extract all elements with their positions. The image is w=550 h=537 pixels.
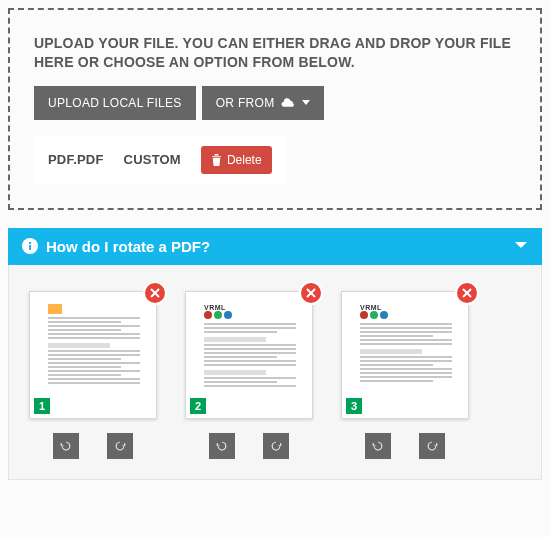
remove-page-button[interactable]: [455, 281, 479, 305]
close-icon: [462, 288, 472, 298]
file-name: PDF.PDF: [48, 152, 104, 167]
remove-page-button[interactable]: [299, 281, 323, 305]
help-accordion-header[interactable]: How do I rotate a PDF?: [8, 228, 542, 265]
accordion-title: How do I rotate a PDF?: [46, 238, 210, 255]
rotate-cw-icon: [269, 439, 283, 453]
page-slot: VRML 3: [341, 291, 469, 459]
upload-cloud-label: OR FROM: [216, 96, 275, 110]
rotate-cw-icon: [113, 439, 127, 453]
svg-rect-1: [29, 245, 31, 250]
page-thumbnail[interactable]: 1: [29, 291, 157, 419]
upload-local-button[interactable]: UPLOAD LOCAL FILES: [34, 86, 196, 120]
rotate-ccw-button[interactable]: [365, 433, 391, 459]
rotate-cw-icon: [425, 439, 439, 453]
cloud-icon: [280, 98, 296, 108]
delete-button[interactable]: Delete: [201, 146, 272, 174]
upload-dropzone[interactable]: UPLOAD YOUR FILE. YOU CAN EITHER DRAG AN…: [8, 8, 542, 210]
svg-rect-2: [29, 242, 31, 244]
upload-instruction: UPLOAD YOUR FILE. YOU CAN EITHER DRAG AN…: [34, 34, 516, 72]
page-preview: VRML: [198, 300, 302, 412]
page-number-badge: 3: [346, 398, 362, 414]
remove-page-button[interactable]: [143, 281, 167, 305]
trash-icon: [211, 154, 222, 166]
info-icon: [22, 238, 38, 254]
uploaded-file-row: PDF.PDF CUSTOM Delete: [34, 136, 286, 184]
close-icon: [150, 288, 160, 298]
rotate-ccw-icon: [59, 439, 73, 453]
page-number-badge: 2: [190, 398, 206, 414]
upload-button-row: UPLOAD LOCAL FILES OR FROM: [34, 86, 516, 120]
rotate-controls: [185, 433, 313, 459]
page-thumbnails-area: 1 VRML 2: [8, 265, 542, 480]
page-slot: VRML 2: [185, 291, 313, 459]
page-preview: VRML: [354, 300, 458, 412]
close-icon: [306, 288, 316, 298]
rotate-cw-button[interactable]: [107, 433, 133, 459]
rotate-ccw-icon: [215, 439, 229, 453]
caret-down-icon: [302, 100, 310, 105]
page-number-badge: 1: [34, 398, 50, 414]
upload-cloud-button[interactable]: OR FROM: [202, 86, 325, 120]
rotate-controls: [29, 433, 157, 459]
rotate-ccw-button[interactable]: [53, 433, 79, 459]
rotate-cw-button[interactable]: [419, 433, 445, 459]
page-preview: [42, 300, 146, 412]
rotate-cw-button[interactable]: [263, 433, 289, 459]
delete-label: Delete: [227, 153, 262, 167]
rotate-ccw-icon: [371, 439, 385, 453]
page-thumbnail[interactable]: VRML 2: [185, 291, 313, 419]
file-tag: CUSTOM: [124, 152, 181, 167]
rotate-ccw-button[interactable]: [209, 433, 235, 459]
page-thumbnail[interactable]: VRML 3: [341, 291, 469, 419]
page-slot: 1: [29, 291, 157, 459]
rotate-controls: [341, 433, 469, 459]
chevron-down-icon: [514, 241, 528, 251]
